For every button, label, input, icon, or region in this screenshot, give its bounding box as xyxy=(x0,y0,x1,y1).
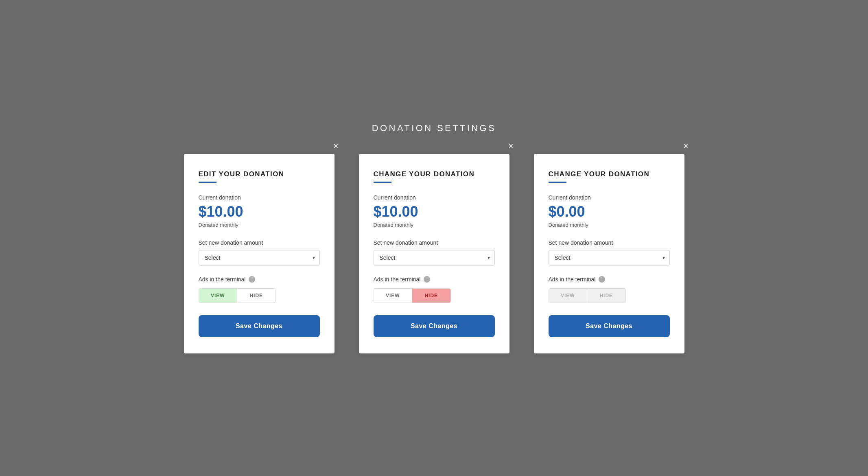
card-3: CHANGE YOUR DONATION Current donation $0… xyxy=(534,154,684,353)
toggle-group-3: VIEW HIDE xyxy=(549,288,626,303)
donation-frequency-3: Donated monthly xyxy=(549,222,670,228)
card-1: EDIT YOUR DONATION Current donation $10.… xyxy=(184,154,335,353)
select-dropdown-3[interactable]: Select xyxy=(549,250,670,265)
current-donation-label-1: Current donation xyxy=(199,194,320,201)
card-wrapper-3: × CHANGE YOUR DONATION Current donation … xyxy=(534,154,684,353)
hide-button-1[interactable]: HIDE xyxy=(237,289,275,303)
card-2: CHANGE YOUR DONATION Current donation $1… xyxy=(359,154,509,353)
save-button-1[interactable]: Save Changes xyxy=(199,315,320,337)
ads-label-2: Ads in the terminal xyxy=(374,276,421,283)
ads-label-1: Ads in the terminal xyxy=(199,276,246,283)
close-button-3[interactable]: × xyxy=(683,142,689,151)
view-button-1[interactable]: VIEW xyxy=(199,289,237,303)
save-button-3[interactable]: Save Changes xyxy=(549,315,670,337)
select-wrapper-3: Select ▾ xyxy=(549,250,670,265)
ads-label-row-3: Ads in the terminal i xyxy=(549,276,670,283)
donation-amount-3: $0.00 xyxy=(549,203,670,220)
save-button-2[interactable]: Save Changes xyxy=(374,315,495,337)
card-title-underline-1 xyxy=(199,182,216,183)
ads-label-row-1: Ads in the terminal i xyxy=(199,276,320,283)
card-title-3: CHANGE YOUR DONATION xyxy=(549,170,670,178)
select-wrapper-2: Select ▾ xyxy=(374,250,495,265)
close-button-2[interactable]: × xyxy=(508,142,514,151)
toggle-group-2: VIEW HIDE xyxy=(374,288,451,303)
donation-frequency-2: Donated monthly xyxy=(374,222,495,228)
donation-amount-2: $10.00 xyxy=(374,203,495,220)
card-title-underline-3 xyxy=(549,182,566,183)
hide-button-2[interactable]: HIDE xyxy=(412,289,450,303)
current-donation-label-3: Current donation xyxy=(549,194,670,201)
page-title: DONATION SETTINGS xyxy=(372,123,496,134)
donation-amount-1: $10.00 xyxy=(199,203,320,220)
select-wrapper-1: Select ▾ xyxy=(199,250,320,265)
cards-container: × EDIT YOUR DONATION Current donation $1… xyxy=(184,154,684,353)
view-button-3[interactable]: VIEW xyxy=(549,289,587,303)
card-wrapper-1: × EDIT YOUR DONATION Current donation $1… xyxy=(184,154,335,353)
select-dropdown-1[interactable]: Select xyxy=(199,250,320,265)
set-new-label-2: Set new donation amount xyxy=(374,239,495,246)
current-donation-label-2: Current donation xyxy=(374,194,495,201)
close-button-1[interactable]: × xyxy=(333,142,339,151)
card-title-1: EDIT YOUR DONATION xyxy=(199,170,320,178)
info-icon-2[interactable]: i xyxy=(424,276,430,283)
card-title-2: CHANGE YOUR DONATION xyxy=(374,170,495,178)
set-new-label-3: Set new donation amount xyxy=(549,239,670,246)
info-icon-1[interactable]: i xyxy=(249,276,255,283)
card-wrapper-2: × CHANGE YOUR DONATION Current donation … xyxy=(359,154,509,353)
donation-frequency-1: Donated monthly xyxy=(199,222,320,228)
toggle-group-1: VIEW HIDE xyxy=(199,288,276,303)
ads-label-row-2: Ads in the terminal i xyxy=(374,276,495,283)
hide-button-3[interactable]: HIDE xyxy=(587,289,625,303)
ads-label-3: Ads in the terminal xyxy=(549,276,596,283)
view-button-2[interactable]: VIEW xyxy=(374,289,412,303)
set-new-label-1: Set new donation amount xyxy=(199,239,320,246)
card-title-underline-2 xyxy=(374,182,391,183)
select-dropdown-2[interactable]: Select xyxy=(374,250,495,265)
info-icon-3[interactable]: i xyxy=(599,276,605,283)
